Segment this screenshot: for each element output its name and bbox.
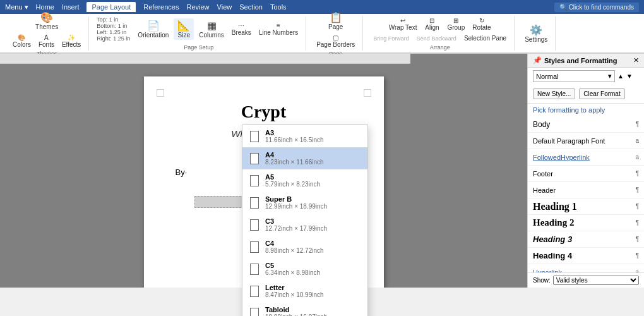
page-button[interactable]: 📋 Page [326,10,346,32]
styles-panel-scroll-down[interactable]: ▼ [626,73,633,80]
style-name: Heading 4 [533,251,636,260]
menu-item-menu[interactable]: Menu ▾ [5,3,28,11]
paper-icon [250,219,259,231]
pick-formatting-label: Pick formatting to apply [528,104,644,116]
style-marker: ¶ [636,236,639,243]
style-item-followedhyperlink[interactable]: FollowedHyperlink a [528,149,644,166]
paper-icon [250,197,259,209]
style-item-heading-4[interactable]: Heading 4 ¶ [528,248,644,264]
menu-item-references[interactable]: References [143,3,179,11]
paper-name: Letter [265,284,324,291]
style-name: Heading 1 [533,201,636,212]
size-option-a5[interactable]: A5 5.79inch × 8.23inch [242,169,367,191]
search-box[interactable]: 🔍 Click to find commands [554,3,639,12]
menu-item-section[interactable]: Section [239,3,263,11]
orientation-icon: 📄 [147,20,160,32]
margin-bottom-label: Bottom: 1 in [97,23,130,29]
style-item-footer[interactable]: Footer ¶ [528,166,644,182]
style-item-heading-3[interactable]: Heading 3 ¶ [528,231,644,248]
size-option-tabloid[interactable]: Tabloid 10.99inch × 16.97inch [242,302,367,316]
arrange-label: Arrange [430,44,450,51]
paper-icon [250,131,259,142]
bring-forward-button[interactable]: Bring Forward [371,34,412,43]
group-button[interactable]: ⊞Group [444,16,467,32]
margin-left-label: Left: 1.25 in [97,29,130,35]
margin-right-label: Right: 1.25 in [97,35,130,42]
size-icon: 📐 [177,20,190,32]
paper-size: 8.47inch × 10.99inch [265,291,324,298]
size-option-c3[interactable]: C3 12.72inch × 17.99inch [242,214,367,236]
style-item-heading-1[interactable]: Heading 1 ¶ [528,198,644,215]
paper-icon [250,241,259,253]
paper-name: Super B [265,195,327,203]
size-option-c5[interactable]: C5 6.34inch × 8.98inch [242,258,367,280]
size-option-c4[interactable]: C4 8.98inch × 12.72inch [242,236,367,258]
show-select[interactable]: Valid styles [553,276,639,285]
paper-name: A3 [265,129,324,137]
settings-group: ⚙️ Settings [517,16,556,51]
clear-format-button[interactable]: Clear Format [579,88,624,99]
style-marker: ¶ [636,203,639,210]
paper-size: 11.66inch × 16.5inch [265,137,324,143]
margin-corner [364,89,371,97]
orientation-button[interactable]: 📄 Orientation [135,18,171,40]
align-button[interactable]: ⊡Align [422,16,442,32]
wrap-text-button[interactable]: ↩Wrap Text [386,16,420,32]
breaks-button[interactable]: ⋯Breaks [229,21,254,37]
styles-show-row: Show: Valid styles [528,272,644,288]
size-dropdown-panel: A3 11.66inch × 16.5inch A4 8.23inch × 11… [242,125,368,316]
rotate-button[interactable]: ↻Rotate [470,16,493,32]
paper-icon [250,308,259,317]
style-item-header[interactable]: Header ¶ [528,182,644,198]
page-icon: 📋 [330,11,342,23]
style-selector[interactable]: Normal ▾ [533,70,615,82]
new-style-button[interactable]: New Style... [533,88,575,99]
pin-icon: 📌 [533,56,542,64]
line-numbers-button[interactable]: ≡Line Numbers [256,21,301,37]
effects-button[interactable]: ✨Effects [59,33,83,49]
styles-header: 📌 Styles and Formatting ✕ [528,54,644,68]
send-backward-button[interactable]: Send Backward [414,34,459,43]
paper-icon [250,286,259,297]
style-marker: a [635,154,639,161]
style-name: Heading 2 [533,217,636,228]
arrange-group: ↩Wrap Text ⊡Align ⊞Group ↻Rotate Bring F… [366,16,515,51]
ribbon: 🎨 Themes 🎨Colors AFonts ✨Effects Themes [0,14,644,54]
settings-button[interactable]: ⚙️ Settings [522,23,550,44]
colors-button[interactable]: 🎨Colors [10,33,33,49]
size-option-super-b[interactable]: Super B 12.99inch × 18.99inch [242,191,367,214]
size-option-letter[interactable]: Letter 8.47inch × 10.99inch [242,280,367,302]
menu-item-page-layout[interactable]: Page Layout [86,2,136,12]
style-item-default-paragraph-font[interactable]: Default Paragraph Font a [528,133,644,149]
columns-icon: ▦ [207,20,217,32]
paper-size: 12.72inch × 17.99inch [265,225,327,232]
menu-item-review[interactable]: Review [186,3,209,11]
size-button[interactable]: 📐 Size [174,18,194,40]
style-marker: ¶ [636,252,639,259]
margin-corner-tl [157,89,164,97]
styles-actions: New Style... Clear Format [528,85,644,104]
settings-icon: ⚙️ [530,24,542,36]
themes-icon: 🎨 [40,11,53,23]
style-item-body[interactable]: Body ¶ [528,116,644,133]
style-item-heading-2[interactable]: Heading 2 ¶ [528,215,644,231]
styles-panel-scroll-up[interactable]: ▲ [617,73,624,80]
menu-item-insert[interactable]: Insert [62,3,80,11]
fonts-button[interactable]: AFonts [36,33,57,49]
size-option-a4[interactable]: A4 8.23inch × 11.66inch [242,147,367,169]
menu-item-view[interactable]: View [217,3,232,11]
close-styles-button[interactable]: ✕ [633,56,639,64]
themes-button[interactable]: 🎨 Themes [33,10,61,32]
page-setup-label: Page Setup [184,44,213,51]
paper-icon [250,264,259,275]
menu-bar: Menu ▾ Home Insert Page Layout Reference… [0,0,644,14]
paper-icon [250,175,259,186]
columns-button[interactable]: ▦ Columns [196,18,226,40]
menu-item-tools[interactable]: Tools [270,3,287,11]
size-option-a3[interactable]: A3 11.66inch × 16.5inch [242,125,367,147]
styles-list: Body ¶ Default Paragraph Font a Followed… [528,116,644,272]
style-marker: ¶ [636,121,639,128]
selection-pane-button[interactable]: Selection Pane [462,33,509,43]
page-borders-button[interactable]: ▢Page Borders [314,33,357,49]
style-item-hyperlink[interactable]: Hyperlink a [528,264,644,272]
